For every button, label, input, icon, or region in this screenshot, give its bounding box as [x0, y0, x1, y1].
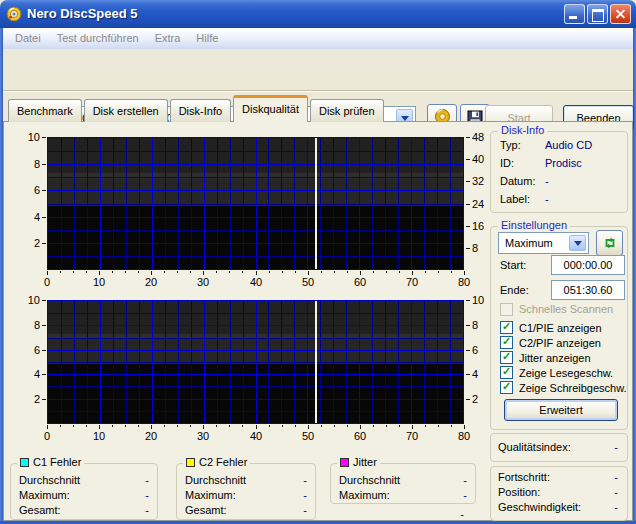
disk-info-row-value: Audio CD: [545, 139, 592, 151]
x-axis-minor-tick: [282, 271, 283, 273]
menu-bar: DateiTest durchführenExtraHilfe: [3, 28, 633, 49]
checkbox-c2-pif-anzeigen[interactable]: [500, 336, 513, 349]
x-axis-minor-tick: [386, 425, 387, 427]
grid-line: [48, 230, 463, 231]
x-axis-tick: [308, 271, 309, 275]
x-axis-tick: [151, 425, 152, 429]
legend-row-label: Gesamt:: [19, 504, 61, 516]
legend-row-value: -: [277, 504, 307, 516]
checkbox-c1-pie-anzeigen[interactable]: [500, 321, 513, 334]
start-time-field[interactable]: [551, 255, 625, 275]
grid-line: [48, 243, 463, 244]
scan-position-cursor: [315, 138, 317, 269]
menu-item-test-durchführen[interactable]: Test durchführen: [49, 28, 147, 49]
left-axis-tick-label: 10: [12, 294, 40, 306]
menu-item-hilfe[interactable]: Hilfe: [188, 28, 226, 49]
x-axis-minor-tick: [373, 425, 374, 427]
settings-title: Einstellungen: [498, 219, 570, 231]
end-time-field[interactable]: [551, 280, 625, 300]
legend-title-text: Jitter: [353, 456, 377, 468]
x-axis-tick-label: 40: [242, 430, 270, 442]
checkbox-zeige-lesegeschw[interactable]: [500, 366, 513, 379]
x-axis-minor-tick: [399, 271, 400, 273]
tab-benchmark[interactable]: Benchmark: [8, 99, 82, 122]
grid-line: [48, 374, 463, 375]
close-button[interactable]: [610, 4, 631, 24]
x-axis-tick: [47, 425, 48, 429]
refresh-button[interactable]: [596, 230, 623, 256]
grid-line: [48, 325, 463, 326]
title-bar[interactable]: Nero DiscSpeed 5: [0, 0, 636, 28]
maximize-button[interactable]: [587, 4, 608, 24]
right-axis-tick: [466, 226, 470, 227]
legend-color-swatch: [186, 458, 195, 467]
x-axis-tick-label: 20: [137, 276, 165, 288]
refresh-icon: [602, 235, 618, 251]
x-axis-minor-tick: [138, 425, 139, 427]
checkbox-label: C1/PIE anzeigen: [519, 322, 602, 334]
status-row-value: -: [560, 471, 618, 483]
x-axis-tick: [412, 271, 413, 275]
checkbox-label: C2/PIF anzeigen: [519, 337, 601, 349]
checkbox-jitter-anzeigen[interactable]: [500, 351, 513, 364]
right-axis-tick: [466, 374, 470, 375]
x-axis-tick-label: 30: [189, 430, 217, 442]
x-axis-minor-tick: [438, 271, 439, 273]
grid-line: [48, 177, 463, 178]
x-axis-tick-label: 60: [346, 276, 374, 288]
speed-select[interactable]: Maximum: [498, 232, 589, 254]
x-axis-tick: [203, 425, 204, 429]
legend-c2-fehler: C2 FehlerDurchschnitt-Maximum:-Gesamt:-: [176, 463, 316, 520]
tab-disk-prüfen[interactable]: Disk prüfen: [310, 99, 384, 122]
right-axis-tick: [466, 137, 470, 138]
x-axis-minor-tick: [347, 425, 348, 427]
x-axis-tick-label: 30: [189, 276, 217, 288]
toolbar: [4:0] PLEXTOR DVDR PX-750A 1.03 Start B: [3, 49, 633, 90]
minimize-button[interactable]: [564, 4, 585, 24]
x-axis-minor-tick: [425, 425, 426, 427]
right-axis-tick: [466, 204, 470, 205]
left-axis-tick: [42, 300, 46, 301]
x-axis-minor-tick: [229, 425, 230, 427]
x-axis-tick-label: 20: [137, 430, 165, 442]
legend-color-swatch: [340, 458, 349, 467]
checkbox-label: Jitter anzeigen: [519, 352, 591, 364]
fast-scan-label: Schnelles Scannen: [519, 303, 613, 315]
status-row-value: -: [560, 501, 618, 513]
right-axis-tick: [466, 325, 470, 326]
x-axis-minor-tick: [86, 271, 87, 273]
legend-jitter: JitterDurchschnitt-Maximum:-: [330, 463, 476, 504]
tab-diskqualität[interactable]: Diskqualität: [233, 95, 308, 122]
disk-info-row-label: Label:: [500, 193, 530, 205]
x-axis-minor-tick: [73, 425, 74, 427]
menu-item-datei[interactable]: Datei: [7, 28, 49, 49]
chevron-down-icon[interactable]: [569, 235, 586, 251]
left-axis-tick: [42, 325, 46, 326]
quality-index-value: -: [560, 441, 618, 453]
x-axis-tick-label: 40: [242, 276, 270, 288]
x-axis-minor-tick: [216, 425, 217, 427]
disk-info-row-value: -: [545, 175, 549, 187]
left-axis-tick-label: 2: [12, 393, 40, 405]
x-axis-minor-tick: [86, 425, 87, 427]
tab-disk-info[interactable]: Disk-Info: [170, 99, 231, 122]
x-axis-tick-label: 10: [85, 430, 113, 442]
x-axis-minor-tick: [386, 271, 387, 273]
x-axis-minor-tick: [242, 425, 243, 427]
legend-extra-value: -: [434, 508, 464, 520]
scan-position-cursor: [315, 301, 317, 423]
right-axis-tick: [466, 300, 470, 301]
checkbox-zeige-schreibgeschw[interactable]: [500, 381, 513, 394]
legend-row-label: Maximum:: [339, 489, 390, 501]
grid-line: [48, 151, 463, 152]
right-axis-tick: [466, 350, 470, 351]
quality-plot-1: [47, 137, 464, 270]
advanced-button[interactable]: Erweitert: [504, 399, 618, 421]
menu-item-extra[interactable]: Extra: [147, 28, 189, 49]
x-axis-minor-tick: [334, 271, 335, 273]
tab-disk-erstellen[interactable]: Disk erstellen: [84, 99, 168, 122]
grid-line: [48, 190, 463, 191]
x-axis-tick-label: 0: [33, 430, 61, 442]
legend-title-text: C1 Fehler: [33, 456, 81, 468]
quality-plot-2: [47, 300, 464, 424]
